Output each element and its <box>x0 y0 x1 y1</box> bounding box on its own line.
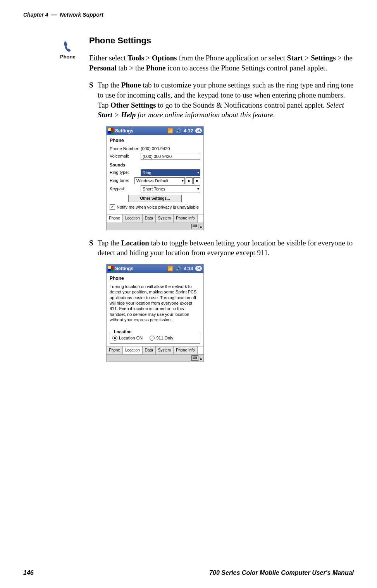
ringtone-label: Ring tone: <box>110 178 134 183</box>
chapter-title: Network Support <box>60 12 103 18</box>
phone-icon-label: Phone <box>60 54 76 60</box>
page-number: 146 <box>23 569 34 576</box>
other-settings-button[interactable]: Other Settings... <box>128 195 182 202</box>
app-title: Phone <box>110 137 200 144</box>
radio-location-on[interactable]: Location ON <box>112 335 143 341</box>
title-bar-text: Settings <box>115 266 133 272</box>
title-bar-text: Settings <box>115 128 133 134</box>
signal-icon: 📶 <box>167 266 173 272</box>
manual-title: 700 Series Color Mobile Computer User's … <box>209 569 354 576</box>
tab-data[interactable]: Data <box>143 214 156 223</box>
intro-paragraph: Either select Tools > Options from the P… <box>89 53 356 73</box>
ringtone-select[interactable]: Windows Default <box>134 177 185 184</box>
location-fieldset: Location Location ON 911 Only <box>110 332 200 344</box>
tab-system[interactable]: System <box>156 214 174 223</box>
phone-number-value: (000) 000-9420 <box>141 146 170 152</box>
radio-dot-icon <box>112 336 117 341</box>
clock-text: 4:12 <box>184 128 193 134</box>
tab-location[interactable]: Location <box>123 346 143 355</box>
ringtype-label: Ring type: <box>110 170 141 175</box>
phone-handset-icon <box>64 41 72 52</box>
voicemail-input[interactable]: (000) 000-9420 <box>141 153 200 160</box>
radio-911-only[interactable]: 911 Only <box>150 335 173 341</box>
keypad-select[interactable]: Short Tones <box>141 185 200 192</box>
speaker-icon: 🔊 <box>176 266 181 272</box>
notify-label: Notify me when voice privacy is unavaila… <box>117 204 199 210</box>
sounds-heading: Sounds <box>110 162 200 168</box>
ringtype-select[interactable]: Ring <box>141 169 200 176</box>
stop-button[interactable]: ■ <box>193 177 200 184</box>
tab-location[interactable]: Location <box>123 214 143 223</box>
voicemail-label: Voicemail: <box>110 153 141 159</box>
tab-phone[interactable]: Phone <box>107 346 123 355</box>
start-flag-icon[interactable] <box>108 266 114 271</box>
tab-bar: Phone Location Data System Phone Info <box>107 346 203 355</box>
signal-icon: 📶 <box>167 128 173 134</box>
tab-phone-info[interactable]: Phone Info <box>174 346 197 355</box>
play-button[interactable]: ▶ <box>186 177 193 184</box>
screenshot-phone-tab: Settings 📶 🔊 4:12 ok Phone Phone Number: <box>106 126 204 230</box>
title-bar: Settings 📶 🔊 4:13 ok <box>107 264 203 273</box>
radio-dot-icon <box>150 336 155 341</box>
keyboard-icon[interactable]: ⌨ <box>191 224 198 229</box>
title-bar: Settings 📶 🔊 4:12 ok <box>107 127 203 135</box>
tab-bar: Phone Location Data System Phone Info <box>107 214 203 223</box>
clock-text: 4:13 <box>184 266 193 272</box>
sep: — <box>51 12 57 18</box>
input-menu-icon[interactable]: ▴ <box>200 224 202 229</box>
page-footer: 146 700 Series Color Mobile Computer Use… <box>23 569 354 576</box>
bullet-location-tab: Tap the Location tab to toggle between l… <box>89 238 356 362</box>
ok-button[interactable]: ok <box>195 266 202 271</box>
phone-number-label: Phone Number: <box>110 146 139 152</box>
tab-system[interactable]: System <box>156 346 174 355</box>
speaker-icon: 🔊 <box>176 128 181 134</box>
app-title: Phone <box>110 275 200 281</box>
chapter: Chapter 4 <box>23 12 48 18</box>
ok-button[interactable]: ok <box>195 128 202 133</box>
location-legend: Location <box>112 329 133 335</box>
notify-checkbox[interactable]: ✓ <box>110 204 115 210</box>
phone-app-icon-block: Phone <box>60 41 76 60</box>
screenshot-location-tab: Settings 📶 🔊 4:13 ok Phone Turning locat… <box>106 264 204 362</box>
start-flag-icon[interactable] <box>108 128 114 134</box>
keypad-label: Keypad: <box>110 186 141 192</box>
location-description: Turning location on will allow the netwo… <box>110 284 200 322</box>
tab-phone[interactable]: Phone <box>107 214 123 223</box>
section-title: Phone Settings <box>89 36 356 46</box>
input-menu-icon[interactable]: ▴ <box>200 356 202 361</box>
keyboard-icon[interactable]: ⌨ <box>191 355 198 361</box>
running-header: Chapter 4 — Network Support <box>23 12 354 18</box>
bullet-phone-tab: Tap the Phone tab to customize your phon… <box>89 80 356 230</box>
tab-phone-info[interactable]: Phone Info <box>174 214 197 223</box>
tab-data[interactable]: Data <box>143 346 156 355</box>
